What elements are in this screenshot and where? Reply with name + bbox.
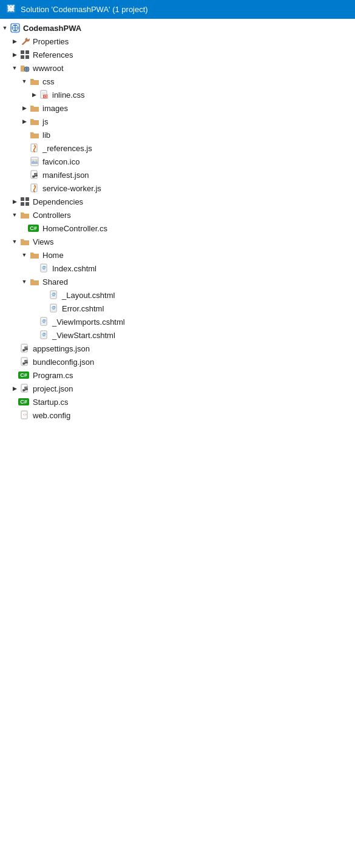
- viewimports-icon: @: [39, 316, 50, 327]
- expander-service-worker: [19, 183, 29, 193]
- svg-rect-30: [21, 197, 24, 201]
- expander-home-folder[interactable]: [19, 250, 29, 260]
- dependencies-label: Dependencies: [33, 197, 83, 206]
- tree-item-viewimports[interactable]: @ _ViewImports.cshtml: [0, 315, 355, 328]
- css-file-icon: CSS: [39, 89, 50, 100]
- shared-folder-icon: [29, 276, 40, 287]
- tree-item-lib[interactable]: lib: [0, 128, 355, 141]
- viewstart-label: _ViewStart.cshtml: [52, 331, 115, 340]
- css-folder-icon: [29, 76, 40, 87]
- tree-item-web-config[interactable]: web.config: [0, 409, 355, 422]
- svg-point-60: [22, 389, 25, 392]
- startup-cs-icon: C#: [19, 396, 30, 407]
- expander-bundleconfig: [10, 357, 19, 367]
- expander-images[interactable]: [19, 103, 29, 113]
- lib-folder-icon: [29, 129, 40, 140]
- cshtml-file-icon: @: [39, 263, 50, 274]
- svg-point-53: [25, 348, 28, 350]
- layout-cshtml-icon: @: [49, 290, 59, 300]
- tree-item-error-cshtml[interactable]: @ Error.cshtml: [0, 302, 355, 315]
- tree-item-references[interactable]: References: [0, 48, 355, 61]
- program-cs-label: Program.cs: [33, 371, 73, 380]
- favicon-icon: [29, 156, 40, 167]
- svg-rect-7: [21, 50, 24, 54]
- js-label: js: [42, 117, 48, 126]
- dependencies-icon: [19, 196, 30, 207]
- tree-item-appsettings[interactable]: appsettings.json: [0, 342, 355, 355]
- expander-references[interactable]: [10, 50, 19, 59]
- tree-item-layout-cshtml[interactable]: @ _Layout.cshtml: [0, 288, 355, 302]
- tree-item-dependencies[interactable]: Dependencies: [0, 195, 355, 208]
- svg-rect-10: [25, 55, 29, 59]
- svg-point-55: [22, 362, 25, 365]
- expander-js[interactable]: [19, 117, 29, 126]
- tree-item-shared-folder[interactable]: Shared: [0, 275, 355, 288]
- svg-text:@: @: [52, 305, 56, 310]
- expander-controllers[interactable]: [10, 210, 19, 220]
- svg-text:@: @: [42, 265, 46, 270]
- error-cshtml-icon: @: [49, 303, 59, 314]
- tree-item-wwwroot[interactable]: wwwroot: [0, 61, 355, 75]
- tree-item-views[interactable]: Views: [0, 235, 355, 248]
- expander-wwwroot[interactable]: [10, 63, 19, 73]
- expander-project-json[interactable]: [10, 384, 19, 393]
- tree-item-service-worker[interactable]: service-worker.js: [0, 181, 355, 195]
- svg-text:@: @: [42, 332, 46, 336]
- root-label: CodemashPWA: [23, 24, 81, 33]
- tree-item-home-folder[interactable]: Home: [0, 248, 355, 262]
- expander-error-cshtml: [39, 303, 49, 313]
- tree-item-startup-cs[interactable]: C# Startup.cs: [0, 395, 355, 409]
- references-label: References: [33, 50, 73, 59]
- svg-rect-31: [25, 197, 29, 201]
- tree-item-controllers[interactable]: Controllers: [0, 208, 355, 222]
- tree-item-images[interactable]: images: [0, 101, 355, 115]
- appsettings-label: appsettings.json: [33, 344, 90, 353]
- svg-point-63: [25, 388, 28, 390]
- expander-dependencies[interactable]: [10, 197, 19, 206]
- homecontroller-label: HomeController.cs: [42, 224, 107, 233]
- tree-item-root[interactable]: CodemashPWA: [0, 21, 355, 35]
- tree-item-project-json[interactable]: project.json: [0, 382, 355, 395]
- expander-web-config: [10, 410, 19, 420]
- tree-item-properties[interactable]: Properties: [0, 35, 355, 48]
- svg-rect-52: [25, 347, 28, 348]
- properties-icon: [19, 36, 30, 47]
- index-cshtml-label: Index.cshtml: [52, 264, 96, 273]
- references-icon: [19, 49, 30, 60]
- expander-root[interactable]: [0, 23, 10, 33]
- project-icon: [10, 22, 21, 33]
- tree-item-favicon[interactable]: favicon.ico: [0, 155, 355, 168]
- tree-item-manifest[interactable]: manifest.json: [0, 168, 355, 181]
- tree-item-homecontroller[interactable]: C# HomeController.cs: [0, 222, 355, 235]
- tree-item-css[interactable]: css: [0, 75, 355, 88]
- expander-shared-folder[interactable]: [19, 277, 29, 287]
- tree-item-bundleconfig[interactable]: bundleconfig.json: [0, 355, 355, 368]
- tree-item-js[interactable]: js: [0, 115, 355, 128]
- js-orange-icon: [29, 143, 40, 154]
- title-bar-text: Solution 'CodemashPWA' (1 project): [21, 5, 148, 14]
- svg-text:@: @: [42, 319, 46, 323]
- bundleconfig-label: bundleconfig.json: [33, 358, 94, 367]
- svg-rect-57: [25, 360, 28, 361]
- expander-appsettings: [10, 344, 19, 353]
- svg-text:CSS: CSS: [44, 95, 50, 98]
- home-folder-label: Home: [42, 251, 64, 260]
- css-label: css: [42, 77, 55, 86]
- tree-item-inline-css[interactable]: CSS inline.css: [0, 88, 355, 101]
- tree-item-index-cshtml[interactable]: @ Index.cshtml: [0, 262, 355, 275]
- expander-properties[interactable]: [10, 36, 19, 46]
- expander-viewimports: [29, 317, 39, 327]
- tree-item-references-js[interactable]: _references.js: [0, 141, 355, 155]
- expander-css[interactable]: [19, 76, 29, 86]
- expander-views[interactable]: [10, 237, 19, 246]
- expander-inline-css[interactable]: [29, 90, 39, 100]
- svg-rect-62: [25, 387, 28, 388]
- startup-cs-label: Startup.cs: [33, 398, 69, 407]
- tree-item-viewstart[interactable]: @ _ViewStart.cshtml: [0, 328, 355, 342]
- tree-item-program-cs[interactable]: C# Program.cs: [0, 368, 355, 382]
- svg-text:@: @: [52, 292, 56, 296]
- service-worker-icon: [29, 183, 40, 194]
- svg-rect-8: [25, 50, 29, 54]
- expander-references-js: [19, 143, 29, 153]
- appsettings-icon: [19, 343, 30, 354]
